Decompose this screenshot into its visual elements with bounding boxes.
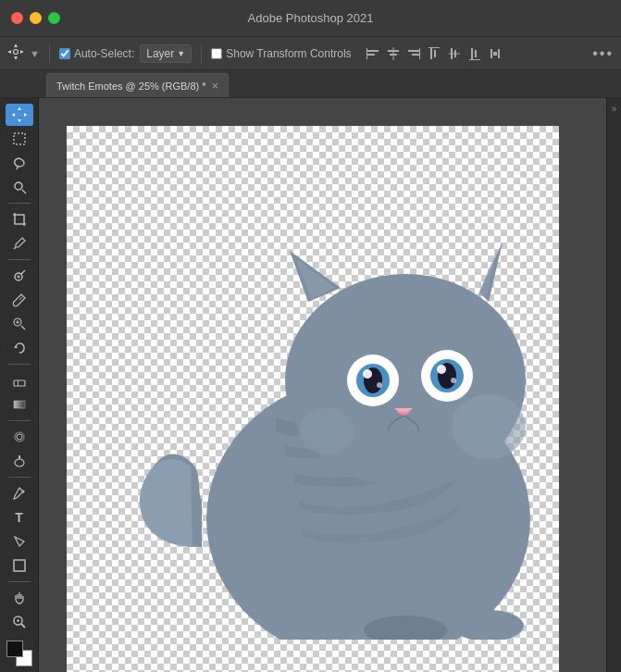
svg-line-40 bbox=[19, 297, 22, 300]
svg-rect-13 bbox=[419, 48, 420, 59]
more-options-icon[interactable]: ••• bbox=[592, 45, 614, 62]
svg-marker-0 bbox=[14, 44, 18, 47]
document-tab[interactable]: Twitch Emotes @ 25% (RGB/8) * × bbox=[46, 73, 229, 97]
distribute-icon[interactable] bbox=[487, 45, 503, 62]
show-transform-checkbox[interactable] bbox=[211, 48, 222, 59]
tool-history-brush[interactable] bbox=[6, 337, 33, 359]
svg-rect-47 bbox=[14, 401, 25, 408]
svg-rect-30 bbox=[14, 133, 25, 144]
tool-crop[interactable] bbox=[6, 208, 33, 230]
minimize-button[interactable] bbox=[30, 12, 42, 24]
foreground-background-colors[interactable] bbox=[6, 641, 32, 666]
svg-rect-53 bbox=[14, 560, 25, 571]
align-right-icon[interactable] bbox=[405, 45, 422, 62]
canvas-area[interactable] bbox=[39, 98, 606, 672]
title-bar: Adobe Photoshop 2021 bbox=[0, 0, 621, 37]
close-button[interactable] bbox=[11, 12, 23, 24]
svg-rect-20 bbox=[471, 48, 473, 59]
tool-blur[interactable] bbox=[6, 426, 33, 448]
tool-path-select[interactable] bbox=[6, 530, 33, 553]
svg-rect-16 bbox=[428, 47, 440, 48]
cat-svg bbox=[91, 158, 535, 640]
auto-select-checkbox[interactable] bbox=[59, 48, 70, 59]
tool-pen[interactable] bbox=[6, 482, 33, 504]
svg-rect-45 bbox=[14, 380, 25, 386]
tool-shape[interactable] bbox=[6, 554, 33, 577]
maximize-button[interactable] bbox=[48, 12, 60, 24]
svg-rect-23 bbox=[491, 49, 492, 58]
svg-point-60 bbox=[452, 394, 526, 459]
align-bottom-icon[interactable] bbox=[466, 45, 483, 62]
toolbar-divider-2 bbox=[8, 259, 31, 260]
divider-2 bbox=[201, 44, 202, 63]
svg-point-72 bbox=[285, 604, 359, 638]
svg-point-50 bbox=[15, 459, 24, 467]
svg-line-37 bbox=[21, 270, 25, 274]
svg-marker-28 bbox=[12, 113, 15, 117]
svg-rect-25 bbox=[493, 52, 497, 56]
align-icons-group bbox=[365, 45, 503, 62]
svg-point-31 bbox=[15, 182, 22, 190]
tool-eyedropper[interactable] bbox=[6, 232, 33, 255]
toolbar-divider-5 bbox=[8, 477, 31, 478]
app-title: Adobe Photoshop 2021 bbox=[248, 11, 374, 25]
svg-line-34 bbox=[21, 183, 22, 184]
svg-rect-11 bbox=[408, 50, 419, 52]
svg-rect-22 bbox=[469, 59, 480, 60]
svg-marker-44 bbox=[14, 345, 18, 348]
svg-point-61 bbox=[299, 408, 354, 454]
svg-marker-3 bbox=[20, 50, 23, 54]
traffic-lights[interactable] bbox=[11, 12, 60, 24]
layer-option-label: Layer bbox=[146, 47, 174, 60]
tool-options-arrow[interactable]: ▼ bbox=[30, 48, 40, 59]
auto-select-checkbox-label[interactable]: Auto-Select: bbox=[59, 47, 134, 60]
svg-rect-24 bbox=[498, 49, 500, 58]
tool-quick-select[interactable] bbox=[6, 176, 33, 198]
svg-marker-29 bbox=[24, 113, 27, 117]
foreground-color-swatch[interactable] bbox=[6, 641, 23, 657]
options-bar: ▼ Auto-Select: Layer ▼ Show Transform Co… bbox=[0, 37, 621, 70]
svg-point-69 bbox=[377, 382, 382, 388]
tool-eraser[interactable] bbox=[6, 369, 33, 392]
tool-lasso[interactable] bbox=[6, 152, 33, 174]
toolbar-divider-4 bbox=[8, 420, 31, 421]
tab-bar: Twitch Emotes @ 25% (RGB/8) * × bbox=[0, 70, 621, 98]
align-top-icon[interactable] bbox=[426, 45, 442, 62]
align-left-icon[interactable] bbox=[365, 45, 381, 62]
svg-rect-6 bbox=[367, 54, 375, 56]
align-middle-icon[interactable] bbox=[446, 45, 463, 62]
tool-hand[interactable] bbox=[6, 587, 33, 609]
svg-point-49 bbox=[17, 434, 22, 440]
main-area: T bbox=[0, 98, 621, 672]
svg-line-35 bbox=[14, 247, 16, 249]
tool-gradient[interactable] bbox=[6, 393, 33, 416]
svg-marker-1 bbox=[14, 56, 18, 59]
svg-rect-15 bbox=[434, 50, 436, 57]
tab-title: Twitch Emotes @ 25% (RGB/8) * bbox=[56, 81, 206, 92]
svg-rect-19 bbox=[449, 53, 460, 54]
tool-zoom[interactable] bbox=[6, 611, 33, 633]
svg-point-68 bbox=[363, 369, 372, 379]
tool-text[interactable]: T bbox=[6, 506, 33, 529]
svg-rect-5 bbox=[367, 50, 379, 52]
tool-move[interactable] bbox=[6, 104, 33, 126]
panel-collapse-arrow[interactable]: » bbox=[612, 104, 617, 114]
auto-select-dropdown[interactable]: Layer ▼ bbox=[140, 44, 192, 63]
show-transform-label[interactable]: Show Transform Controls bbox=[211, 47, 351, 60]
svg-point-70 bbox=[437, 365, 446, 374]
svg-rect-12 bbox=[412, 54, 419, 56]
tool-clone-stamp[interactable] bbox=[6, 313, 33, 335]
toolbar: T bbox=[0, 98, 39, 672]
svg-rect-7 bbox=[366, 48, 367, 59]
svg-rect-10 bbox=[392, 47, 393, 60]
tool-dodge[interactable] bbox=[6, 450, 33, 472]
toolbar-divider-6 bbox=[8, 581, 31, 582]
tab-close-button[interactable]: × bbox=[212, 79, 219, 93]
tool-spot-heal[interactable] bbox=[6, 265, 33, 287]
toolbar-divider-3 bbox=[8, 364, 31, 365]
align-center-h-icon[interactable] bbox=[385, 45, 402, 62]
right-panel-collapse[interactable]: » bbox=[606, 98, 621, 672]
tool-brush[interactable] bbox=[6, 289, 33, 311]
tool-rectangle-select[interactable] bbox=[6, 128, 33, 150]
auto-select-label: Auto-Select: bbox=[74, 47, 134, 60]
